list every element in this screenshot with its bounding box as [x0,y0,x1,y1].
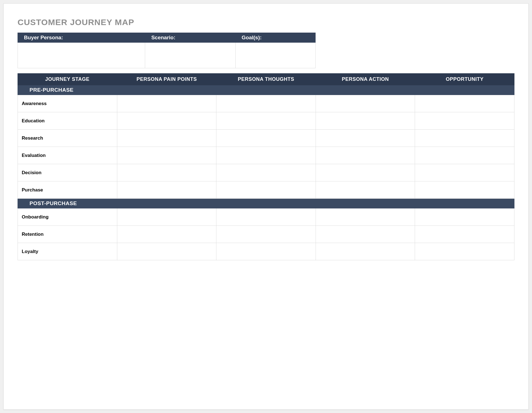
row-research: Research [18,130,514,147]
cell-retention-opportunity[interactable] [415,226,514,243]
info-table: Buyer Persona: Scenario: Goal(s): [18,33,316,68]
cell-purchase-pain[interactable] [117,181,216,199]
cell-purchase-opportunity[interactable] [415,181,514,199]
cell-loyalty-opportunity[interactable] [415,243,514,260]
info-header-row: Buyer Persona: Scenario: Goal(s): [18,33,316,43]
journey-table: JOURNEY STAGE PERSONA PAIN POINTS PERSON… [18,73,514,260]
cell-awareness-thoughts[interactable] [216,95,316,112]
col-journey-stage: JOURNEY STAGE [18,74,117,85]
cell-education-opportunity[interactable] [415,112,514,130]
cell-retention-thoughts[interactable] [216,226,316,243]
cell-evaluation-action[interactable] [316,147,415,164]
row-evaluation: Evaluation [18,147,514,164]
header-goals: Goal(s): [235,33,316,43]
cell-loyalty-thoughts[interactable] [216,243,316,260]
stage-label-awareness: Awareness [18,95,117,112]
cell-onboarding-pain[interactable] [117,208,216,226]
cell-decision-action[interactable] [316,164,415,181]
cell-loyalty-action[interactable] [316,243,415,260]
cell-goals[interactable] [235,43,316,68]
cell-purchase-action[interactable] [316,181,415,199]
cell-education-action[interactable] [316,112,415,130]
cell-retention-pain[interactable] [117,226,216,243]
section-pre-purchase: PRE-PURCHASE [18,85,514,95]
stage-label-onboarding: Onboarding [18,208,117,226]
cell-onboarding-opportunity[interactable] [415,208,514,226]
cell-decision-opportunity[interactable] [415,164,514,181]
page-container: CUSTOMER JOURNEY MAP Buyer Persona: Scen… [3,3,529,410]
cell-research-action[interactable] [316,130,415,147]
cell-evaluation-thoughts[interactable] [216,147,316,164]
stage-label-evaluation: Evaluation [18,147,117,164]
cell-decision-thoughts[interactable] [216,164,316,181]
stage-label-purchase: Purchase [18,181,117,199]
cell-research-pain[interactable] [117,130,216,147]
section-post-purchase: POST-PURCHASE [18,199,514,208]
row-loyalty: Loyalty [18,243,514,260]
cell-evaluation-pain[interactable] [117,147,216,164]
stage-label-research: Research [18,130,117,147]
row-onboarding: Onboarding [18,208,514,226]
cell-purchase-thoughts[interactable] [216,181,316,199]
cell-education-thoughts[interactable] [216,112,316,130]
row-purchase: Purchase [18,181,514,199]
row-awareness: Awareness [18,95,514,112]
page-title: CUSTOMER JOURNEY MAP [18,18,514,27]
cell-scenario[interactable] [145,43,235,68]
cell-education-pain[interactable] [117,112,216,130]
stage-label-retention: Retention [18,226,117,243]
cell-retention-action[interactable] [316,226,415,243]
section-post-purchase-label: POST-PURCHASE [18,199,514,208]
cell-onboarding-thoughts[interactable] [216,208,316,226]
col-pain-points: PERSONA PAIN POINTS [117,74,216,85]
cell-decision-pain[interactable] [117,164,216,181]
col-opportunity: OPPORTUNITY [415,74,514,85]
cell-buyer-persona[interactable] [18,43,145,68]
info-value-row [18,43,316,68]
section-pre-purchase-label: PRE-PURCHASE [18,85,514,95]
cell-evaluation-opportunity[interactable] [415,147,514,164]
journey-header-row: JOURNEY STAGE PERSONA PAIN POINTS PERSON… [18,74,514,85]
cell-research-thoughts[interactable] [216,130,316,147]
row-decision: Decision [18,164,514,181]
header-buyer-persona: Buyer Persona: [18,33,145,43]
stage-label-loyalty: Loyalty [18,243,117,260]
cell-loyalty-pain[interactable] [117,243,216,260]
header-scenario: Scenario: [145,33,235,43]
cell-awareness-action[interactable] [316,95,415,112]
col-thoughts: PERSONA THOUGHTS [216,74,316,85]
cell-research-opportunity[interactable] [415,130,514,147]
stage-label-decision: Decision [18,164,117,181]
cell-awareness-opportunity[interactable] [415,95,514,112]
col-action: PERSONA ACTION [316,74,415,85]
cell-onboarding-action[interactable] [316,208,415,226]
stage-label-education: Education [18,112,117,130]
row-retention: Retention [18,226,514,243]
cell-awareness-pain[interactable] [117,95,216,112]
row-education: Education [18,112,514,130]
